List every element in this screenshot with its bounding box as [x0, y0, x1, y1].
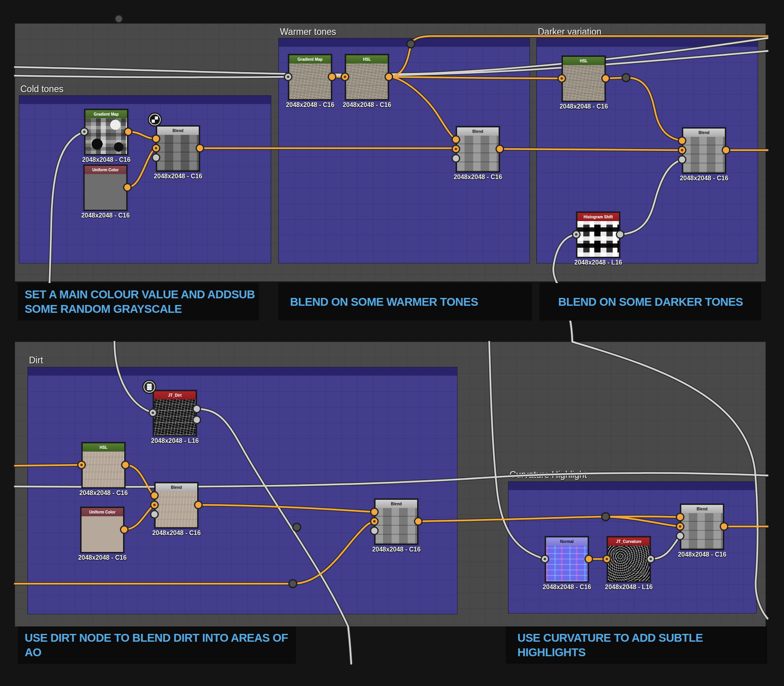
node-blend-dirt-1-port-in-0[interactable]: [150, 491, 159, 500]
node-jt-dirt-port-out-2[interactable]: [192, 416, 201, 424]
node-hsl-warm-port-in-0[interactable]: [341, 73, 349, 81]
node-jt-curvature-port-in-0[interactable]: [603, 555, 611, 563]
reroute-dot[interactable]: [293, 523, 301, 531]
node-blend-curvature[interactable]: Blend: [680, 504, 724, 550]
wire: [489, 342, 545, 559]
node-blend-cold-port-out-3[interactable]: [196, 144, 204, 152]
node-blend-cold-size-label: 2048x2048 - C16: [135, 173, 221, 180]
wire: [572, 342, 768, 619]
node-blend-dark-port-in-2[interactable]: [678, 155, 686, 164]
node-normal[interactable]: Normal: [545, 536, 589, 583]
node-histogram-shift-port-out-1[interactable]: [616, 230, 624, 239]
node-hsl-dirt-port-out-1[interactable]: [121, 461, 130, 469]
node-graph-canvas: Cold tonesWarmer tonesDarker variationDi…: [0, 0, 784, 686]
node-jt-dirt[interactable]: JT_Dirt: [153, 390, 197, 436]
wire: [500, 149, 682, 150]
node-hsl-warm[interactable]: HSL: [345, 54, 389, 100]
node-blend-dirt-1-port-out-3[interactable]: [194, 501, 203, 509]
node-blend-dirt-2[interactable]: Blend: [374, 499, 418, 545]
node-blend-dark-port-out-3[interactable]: [722, 146, 730, 154]
node-hsl-warm-port-out-1[interactable]: [385, 73, 393, 81]
node-blend-cold-port-in-1[interactable]: [152, 144, 160, 152]
node-normal-port-in-0[interactable]: [541, 555, 549, 563]
reroute-dot[interactable]: [407, 40, 415, 48]
node-uniform-color-cold[interactable]: Uniform Color: [83, 165, 127, 211]
node-uniform-color-cold-port-out-0[interactable]: [123, 183, 132, 192]
node-gradient-map-cold-port-out-1[interactable]: [124, 127, 132, 136]
node-blend-curvature-size-label: 2048x2048 - C16: [659, 551, 745, 558]
node-blend-curvature-port-in-0[interactable]: [676, 513, 684, 521]
node-hsl-warm-preview: [346, 64, 388, 99]
node-hsl-dirt[interactable]: HSL: [82, 442, 125, 488]
node-blend-dark-port-in-0[interactable]: [678, 136, 686, 145]
wire-outline: [620, 160, 682, 234]
node-blend-curvature-port-out-3[interactable]: [720, 522, 728, 531]
node-gradient-map-cold[interactable]: Gradient Map: [84, 109, 128, 155]
node-blend-dirt-2-port-out-3[interactable]: [414, 517, 423, 526]
reroute-dot[interactable]: [602, 513, 610, 521]
node-blend-dirt-1-preview: [156, 492, 197, 527]
node-blend-cold-preview: [157, 135, 199, 171]
node-blend-warm-preview: [457, 136, 499, 171]
node-blend-warm-port-in-2[interactable]: [452, 154, 460, 163]
node-blend-dirt-1-port-in-1[interactable]: [150, 501, 159, 509]
node-blend-dirt-1[interactable]: Blend: [154, 482, 198, 528]
node-normal-port-out-1[interactable]: [584, 555, 593, 563]
node-blend-cold-port-in-2[interactable]: [152, 153, 160, 162]
wire-outline: [489, 342, 545, 559]
node-hsl-dirt-port-in-0[interactable]: [77, 461, 86, 469]
wire-outline: [197, 409, 351, 664]
node-hsl-dark-port-in-0[interactable]: [557, 74, 566, 83]
node-jt-dirt-port-out-1[interactable]: [192, 405, 201, 413]
node-gradient-map-cold-port-in-0[interactable]: [80, 127, 89, 136]
node-blend-warm-header: Blend: [457, 127, 499, 136]
wire-outline: [15, 473, 768, 487]
node-gradient-map-warm-port-out-1[interactable]: [328, 73, 336, 81]
node-histogram-shift[interactable]: Histogram Shift: [576, 212, 620, 258]
node-hsl-dirt-preview: [83, 452, 124, 487]
node-histogram-shift-preview: [577, 221, 619, 257]
node-jt-curvature[interactable]: JT_Curvature: [607, 536, 651, 583]
node-blend-cold-port-in-0[interactable]: [152, 134, 160, 143]
node-histogram-shift-port-in-0[interactable]: [572, 230, 581, 239]
node-blend-dirt-2-port-in-1[interactable]: [370, 517, 379, 526]
reroute-dot[interactable]: [289, 580, 297, 588]
node-jt-dirt-port-in-0[interactable]: [149, 408, 157, 417]
node-histogram-shift-header: Histogram Shift: [577, 213, 619, 221]
node-hsl-warm-size-label: 2048x2048 - C16: [324, 102, 410, 109]
caption-darker-line-1: BLEND ON SOME DARKER TONES: [558, 295, 761, 309]
node-uniform-color-cold-header: Uniform Color: [85, 166, 126, 174]
caption-curvature-line-1: USE CURVATURE TO ADD SUBTLE HIGHLIGHTS: [517, 631, 767, 660]
node-blend-cold-header: Blend: [157, 127, 199, 135]
node-jt-curvature-preview: [608, 546, 650, 581]
node-blend-dirt-2-port-in-0[interactable]: [370, 508, 379, 516]
reroute-dot[interactable]: [622, 74, 630, 82]
node-normal-preview: [546, 546, 588, 581]
node-uniform-color-dirt-port-out-0[interactable]: [120, 525, 129, 534]
node-hsl-dirt-size-label: 2048x2048 - C16: [60, 490, 147, 497]
node-blend-warm-port-in-1[interactable]: [452, 145, 460, 153]
node-blend-cold[interactable]: Blend: [156, 125, 200, 172]
node-blend-dark[interactable]: Blend: [682, 127, 726, 174]
node-blend-warm[interactable]: Blend: [456, 126, 500, 172]
caption-dirt-line-1: USE DIRT NODE TO BLEND DIRT INTO AREAS O…: [25, 631, 296, 660]
reroute-dot[interactable]: [115, 15, 123, 23]
node-gradient-map-cold-header: Gradient Map: [85, 110, 127, 118]
node-blend-dark-port-in-1[interactable]: [678, 146, 686, 154]
node-hsl-dark-port-out-1[interactable]: [601, 74, 610, 83]
node-blend-dark-header: Blend: [683, 129, 725, 137]
node-gradient-map-cold-size-label: 2048x2048 - C16: [63, 156, 149, 163]
node-blend-dirt-2-port-in-2[interactable]: [370, 526, 379, 535]
node-gradient-map-warm[interactable]: Gradient Map: [288, 54, 332, 100]
node-blend-warm-port-out-3[interactable]: [495, 145, 504, 153]
node-gradient-map-warm-port-in-0[interactable]: [284, 73, 292, 81]
node-blend-dirt-1-port-in-2[interactable]: [150, 510, 159, 519]
node-blend-warm-port-in-0[interactable]: [452, 135, 460, 144]
node-jt-curvature-port-out-1[interactable]: [646, 555, 655, 563]
node-blend-curvature-port-in-2[interactable]: [676, 532, 684, 540]
node-hsl-dark[interactable]: HSL: [562, 56, 606, 102]
node-uniform-color-dirt-preview: [82, 516, 123, 552]
node-blend-dark-size-label: 2048x2048 - C16: [661, 175, 747, 182]
node-blend-curvature-port-in-1[interactable]: [676, 522, 684, 531]
node-uniform-color-dirt[interactable]: Uniform Color: [80, 507, 124, 553]
